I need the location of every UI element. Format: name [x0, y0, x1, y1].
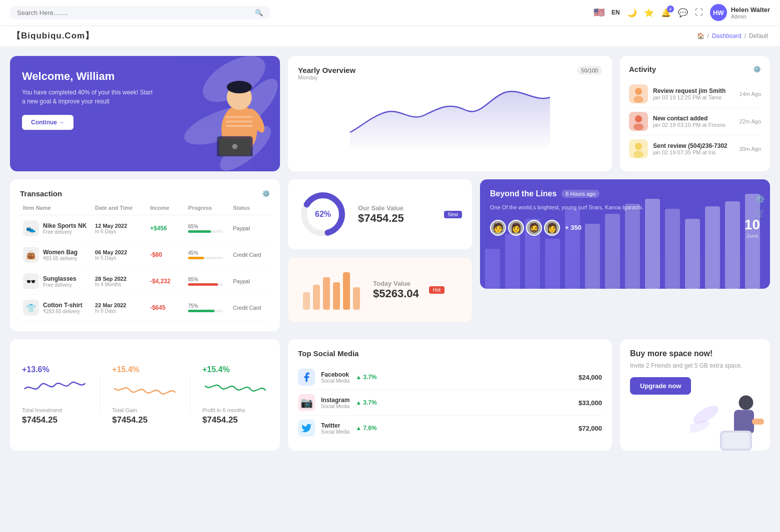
breadcrumb-dashboard[interactable]: Dashboard [712, 32, 742, 39]
activity-item-time: 22m Ago [740, 118, 761, 124]
activity-item-title: Review request jim Smith [653, 87, 734, 94]
activity-text: New contact added jan 02 19 03:10 PM at … [653, 115, 734, 128]
svg-point-18 [635, 115, 642, 122]
activity-item-title: Sent review (504)236-7302 [653, 142, 734, 149]
item-icon: 👟 [23, 220, 39, 236]
social-name: Twitter [321, 422, 350, 429]
sale-label: Our Sale Value [358, 204, 404, 212]
notification-icon[interactable]: 🔔 4 [661, 8, 671, 17]
row-2: Transaction ⚙️ Item Name Date and Time I… [10, 179, 770, 331]
arrow-up-icon: ▲ [356, 399, 362, 406]
item-icon: 🕶️ [23, 273, 39, 289]
social-sub: Social Media [321, 378, 350, 384]
user-menu[interactable]: HW Helen Walter Admin [710, 4, 770, 21]
donut-chart: 62% [298, 189, 348, 239]
progress-label: 45% [188, 250, 229, 256]
beyond-settings-icon[interactable]: ⚙️ [755, 194, 765, 204]
search-input[interactable] [17, 9, 251, 16]
row-status: Credit Card [233, 252, 267, 258]
transaction-title: Transaction [20, 189, 62, 198]
svg-rect-30 [353, 287, 360, 310]
social-list: Facebook Social Media ▲ 3.7% $24,000 📷 I… [298, 365, 602, 441]
row-income: -$645 [150, 304, 184, 311]
beyond-time: 6 Hours ago [562, 190, 600, 198]
donut-label: 62% [315, 210, 331, 219]
user-role: Admin [731, 13, 770, 19]
row-days: In 6 Days [95, 229, 146, 234]
user-name: Helen Walter [731, 6, 770, 13]
stat-divider [190, 375, 190, 415]
fullscreen-icon[interactable]: ⛶ [695, 8, 703, 17]
breadcrumb-current: Default [749, 32, 768, 39]
svg-rect-29 [343, 272, 350, 310]
welcome-card: Welcome, William You have completed 40% … [10, 56, 280, 171]
svg-point-9 [232, 143, 238, 149]
mini-line-chart [112, 376, 178, 401]
stat-pct: +15.4% [202, 365, 268, 374]
date-block: 10 June [744, 217, 760, 239]
yearly-day: Monday [298, 74, 356, 80]
social-icon [298, 369, 315, 386]
search-bar[interactable]: 🔍 [10, 6, 270, 19]
site-logo: 【Biqubiqu.Com】 [12, 30, 94, 41]
plus-count: + 350 [565, 224, 582, 231]
message-icon[interactable]: 💬 [678, 8, 688, 17]
activity-thumb-icon [629, 112, 648, 131]
item-icon: 👕 [23, 300, 39, 316]
item-name: Women Bag [43, 249, 78, 256]
progress-fill [188, 230, 211, 233]
activity-header: Activity ⚙️ [629, 65, 761, 73]
row-3: +13.6% Total Investment $7454.25 +15.4% … [10, 339, 770, 451]
item-info: 👟 Nike Sports NK Free delivery [23, 220, 91, 236]
sale-info: Our Sale Value $7454.25 [358, 204, 404, 225]
transaction-settings-icon[interactable]: ⚙️ [262, 190, 270, 197]
social-item: 📷 Instagram Social Media ▲ 3.7% $33,000 [298, 390, 602, 416]
svg-point-22 [634, 151, 644, 158]
social-sub: Social Media [321, 404, 350, 409]
svg-rect-47 [752, 419, 764, 425]
social-amount: $24,000 [578, 374, 602, 381]
avatar-4: 👩 [544, 220, 560, 236]
activity-item: Review request jim Smith jan 03 19 12:25… [629, 80, 761, 108]
activity-text: Sent review (504)236-7302 jan 02 19 07:3… [653, 142, 734, 155]
language-selector[interactable]: EN [612, 9, 620, 16]
stats-card: +13.6% Total Investment $7454.25 +15.4% … [10, 339, 280, 451]
col-status: Status [233, 205, 267, 211]
space-illustration [690, 391, 770, 451]
item-name: Sunglasses [43, 275, 76, 282]
stat-value: $7454.25 [202, 415, 268, 425]
row-date: 28 Sep 2022 [95, 276, 146, 282]
activity-settings-icon[interactable]: ⚙️ [753, 65, 761, 73]
svg-rect-27 [323, 277, 330, 310]
upgrade-button[interactable]: Upgrade now [630, 377, 691, 395]
activity-item-sub: jan 03 19 12:25 PM at Tame [653, 94, 734, 100]
progress-label: 65% [188, 224, 229, 229]
social-pct: ▲ 7.6% [356, 425, 376, 432]
star-icon[interactable]: ⭐ [644, 8, 654, 17]
transaction-card: Transaction ⚙️ Item Name Date and Time I… [10, 179, 280, 331]
social-icon [298, 420, 315, 437]
row-income: -$80 [150, 251, 184, 258]
date-number: 10 [744, 217, 760, 233]
progress-fill [188, 257, 204, 259]
svg-rect-28 [333, 282, 340, 310]
yearly-overview-card: Yearly Overview Monday 50/100 [288, 56, 612, 171]
today-value-card: Today Value $5263.04 Hot [288, 257, 472, 322]
row-days: In 8 Days [95, 308, 146, 314]
social-media-card: Top Social Media Facebook Social Media ▲… [288, 339, 612, 451]
flag-icon: 🇺🇸 [594, 7, 604, 18]
space-desc: Invite 2 Friends and get 5 GB extra spac… [630, 362, 760, 369]
beyond-cart-icon[interactable]: 🛒 [755, 209, 765, 218]
home-icon[interactable]: 🏠 [697, 32, 704, 39]
row-income: +$456 [150, 225, 184, 232]
row-date: 22 Mar 2022 [95, 302, 146, 308]
row-1: Welcome, William You have completed 40% … [10, 56, 770, 171]
dark-mode-icon[interactable]: 🌙 [627, 8, 637, 17]
beyond-title: Beyond the Lines [490, 189, 556, 198]
continue-button[interactable]: Continue → [22, 115, 74, 130]
progress-fill [188, 310, 214, 312]
social-item: Facebook Social Media ▲ 3.7% $24,000 [298, 365, 602, 390]
item-sub: Free delivery [43, 282, 76, 288]
activity-item-sub: jan 02 19 03:10 PM at Fresno [653, 122, 734, 128]
stat-label: Total Investment [22, 407, 88, 413]
